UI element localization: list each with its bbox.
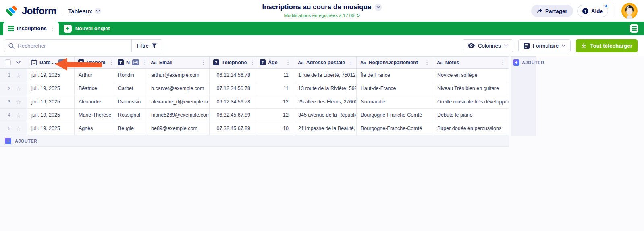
cell-date[interactable]: juil. 19, 2025 [27, 122, 75, 135]
star-icon[interactable]: ☆ [16, 112, 21, 118]
cell-region[interactable]: Normandie [357, 95, 433, 108]
user-avatar[interactable] [621, 3, 638, 19]
cell-telephone[interactable]: 07.12.34.56.78 [210, 82, 256, 95]
add-column-button[interactable]: + AJOUTER [511, 56, 536, 69]
cell-notes[interactable]: Oreille musicale très développée [433, 95, 509, 108]
column-resize-icon[interactable] [132, 59, 139, 65]
tab-kebab-icon[interactable]: ⋮ [50, 26, 55, 31]
column-menu-kebab-icon[interactable]: ⋮ [424, 60, 430, 65]
column-header-region[interactable]: Aa Région/Département ⋮ [357, 57, 433, 68]
column-menu-kebab-icon[interactable]: ⋮ [108, 60, 114, 65]
cell-date[interactable]: juil. 19, 2025 [27, 109, 75, 122]
cell-notes[interactable]: Niveau Très bien en guitare [433, 82, 509, 95]
cell-region[interactable]: Île de France [357, 69, 433, 82]
date-column-badge[interactable] [58, 59, 65, 65]
column-header-notes[interactable]: Aa Notes ⋮ [433, 57, 509, 68]
star-icon[interactable]: ☆ [16, 86, 21, 92]
cell-region[interactable]: Bourgogne-Franche-Comté [357, 122, 433, 135]
cell-age[interactable]: 11 [256, 69, 294, 82]
svg-text:10: 10 [33, 62, 35, 65]
column-menu-kebab-icon[interactable]: ⋮ [249, 60, 256, 65]
jotform-logo-icon[interactable] [6, 5, 19, 17]
table-header-row: 10 Date ... T Prénom ⋮ T N ⋮ [0, 56, 509, 69]
column-menu-kebab-icon[interactable]: ⋮ [347, 60, 354, 65]
cell-adresse[interactable]: 13 route de la Rivière, 5921... [294, 82, 357, 95]
new-tab-button[interactable]: + Nouvel onglet [64, 22, 110, 35]
column-menu-kebab-icon[interactable]: ⋮ [285, 60, 291, 65]
share-button[interactable]: Partager [531, 5, 573, 17]
help-button[interactable]: ? Aide [577, 5, 608, 17]
text-field-icon: T [78, 59, 84, 65]
column-label-age: Âge [268, 60, 278, 65]
column-header-nom[interactable]: T N ⋮ [114, 57, 147, 68]
cell-prenom[interactable]: Agnès [75, 122, 114, 135]
column-header-prenom[interactable]: T Prénom ⋮ [75, 57, 114, 68]
cell-email[interactable]: arthur@exemple.com [147, 69, 210, 82]
star-icon[interactable]: ☆ [16, 72, 21, 78]
column-menu-kebab-icon[interactable]: ⋮ [141, 60, 147, 65]
cell-adresse[interactable]: 21 impasse de la Beauté, 2... [294, 122, 357, 135]
cell-region[interactable]: Bourgogne-Franche-Comté [357, 109, 433, 122]
cell-adresse[interactable]: 345 avenue de la Républiq... [294, 109, 357, 122]
topbar-divider [615, 4, 615, 18]
cell-nom[interactable]: Rondin [114, 69, 147, 82]
cell-notes[interactable]: Super douée en percussions [433, 122, 509, 135]
number-field-icon: 7 [260, 59, 266, 65]
cell-telephone[interactable]: 07.32.45.67.89 [210, 122, 256, 135]
help-button-label: Aide [591, 8, 603, 14]
cell-date[interactable]: juil. 19, 2025 [27, 69, 75, 82]
column-header-telephone[interactable]: 7 Téléphone ⋮ [210, 57, 256, 68]
column-menu-kebab-icon[interactable]: ⋮ [499, 60, 506, 65]
jotform-logo-text[interactable]: Jotform [22, 5, 56, 17]
star-icon[interactable]: ☆ [16, 126, 21, 132]
download-all-button[interactable]: Tout télécharger [576, 39, 638, 52]
cell-nom[interactable]: Beugle [114, 122, 147, 135]
add-row-button[interactable]: + AJOUTER [0, 135, 509, 147]
cell-adresse[interactable]: 1 rue de la Liberté, 75012 P... [294, 69, 357, 82]
cell-telephone[interactable]: 09.12.34.56.78 [210, 95, 256, 108]
gutter-chevron-down-icon[interactable] [16, 61, 21, 64]
columns-button[interactable]: Colonnes [463, 39, 513, 52]
cell-age[interactable]: 11 [256, 82, 294, 95]
cell-telephone[interactable]: 06.12.34.56.78 [210, 69, 256, 82]
search-input[interactable] [18, 43, 127, 49]
cell-prenom[interactable]: Alexandre [75, 95, 114, 108]
form-button[interactable]: Formulaire [518, 39, 571, 52]
cell-age[interactable]: 12 [256, 109, 294, 122]
table-row: 5 ☆ juil. 19, 2025 Agnès Beugle be89@exe… [0, 122, 509, 135]
cell-email[interactable]: marie5269@exemple.com [147, 109, 210, 122]
column-menu-kebab-icon[interactable]: ⋮ [200, 60, 207, 65]
cell-email[interactable]: alexandre_d@exemple.com [147, 95, 210, 108]
cell-date[interactable]: juil. 19, 2025 [27, 95, 75, 108]
product-chevron-down-icon[interactable] [95, 8, 101, 14]
tab-list-menu-icon[interactable] [630, 24, 638, 33]
product-switcher-label[interactable]: Tableaux [68, 8, 92, 15]
cell-email[interactable]: be89@exemple.com [147, 122, 210, 135]
cell-age[interactable]: 10 [256, 122, 294, 135]
share-button-label: Partager [545, 8, 567, 14]
cell-nom[interactable]: Carbet [114, 82, 147, 95]
column-header-age[interactable]: 7 Âge ⋮ [256, 57, 294, 68]
top-bar-right: Partager ? Aide [531, 3, 638, 19]
cell-nom[interactable]: Daroussin [114, 95, 147, 108]
cell-prenom[interactable]: Béatrice [75, 82, 114, 95]
star-icon[interactable]: ☆ [16, 99, 21, 105]
cell-email[interactable]: b.carvet@exemple.com [147, 82, 210, 95]
cell-notes[interactable]: Novice en solfège [433, 69, 509, 82]
cell-age[interactable]: 12 [256, 95, 294, 108]
cell-prenom[interactable]: Arthur [75, 69, 114, 82]
cell-nom[interactable]: Rossignol [114, 109, 147, 122]
cell-prenom[interactable]: Marie-Thérèse [75, 109, 114, 122]
column-header-adresse[interactable]: Aa Adresse postale ⋮ [294, 57, 357, 68]
column-header-email[interactable]: Aa Email ⋮ [147, 57, 210, 68]
cell-region[interactable]: Haut-de-France [357, 82, 433, 95]
cell-telephone[interactable]: 06.32.45.67.89 [210, 109, 256, 122]
title-chevron-down-icon[interactable] [375, 4, 382, 11]
filter-button[interactable]: Filtre [131, 40, 162, 52]
select-all-checkbox[interactable] [5, 59, 11, 65]
tab-inscriptions[interactable]: Inscriptions ⋮ [3, 22, 59, 35]
column-header-date[interactable]: 10 Date ... [27, 57, 75, 68]
cell-notes[interactable]: Débute le piano [433, 109, 509, 122]
cell-date[interactable]: juil. 19, 2025 [27, 82, 75, 95]
cell-adresse[interactable]: 25 allée des Fleurs, 27600... [294, 95, 357, 108]
